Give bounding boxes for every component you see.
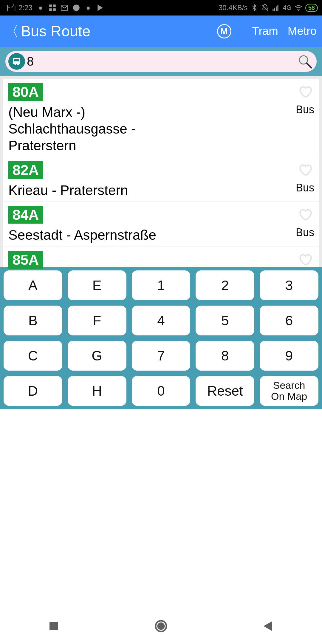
key-F[interactable]: F [68,306,126,335]
search-value: 8 [27,54,34,69]
svg-rect-1 [53,4,56,7]
search-input[interactable]: 8 [5,51,317,72]
key-9[interactable]: 9 [260,341,318,371]
search-on-map-button[interactable]: Search On Map [260,376,318,406]
battery-indicator: 58 [305,4,318,12]
key-4[interactable]: 4 [132,306,191,335]
record-icon: ● [37,4,44,12]
svg-point-15 [158,623,164,629]
bus-icon [8,53,25,70]
key-0[interactable]: 0 [132,376,191,406]
mail-icon [61,4,68,12]
key-E[interactable]: E [68,270,126,300]
recent-apps-icon[interactable] [47,619,61,633]
key-B[interactable]: B [4,306,62,335]
svg-rect-9 [278,5,278,11]
status-signal-label: 4G [283,4,291,12]
play-icon [96,4,104,12]
page-title: Bus Route [21,23,90,40]
bluetooth-icon [250,4,258,12]
android-nav-bar [0,608,322,644]
svg-point-4 [73,4,80,11]
route-code: 85A [8,251,43,269]
svg-line-12 [307,63,311,68]
logo-icon[interactable]: M [217,24,231,38]
svg-rect-13 [49,622,58,630]
status-time: 下午2:23 [4,3,32,13]
home-icon[interactable] [154,619,168,633]
route-list-wrapper: 80A Bus (Neu Marx -) Schlachthausgasse -… [0,76,322,267]
key-H[interactable]: H [68,376,126,406]
reset-button[interactable]: Reset [196,376,254,406]
svg-rect-7 [274,8,275,11]
status-net-speed: 30.4KB/s [219,4,247,12]
key-A[interactable]: A [4,270,62,300]
favorite-icon[interactable] [298,162,312,177]
logo-letter: M [220,26,228,36]
favorite-icon[interactable] [298,84,312,99]
keypad: A E 1 2 3 B F 4 5 6 C G 7 8 9 D H 0 Rese… [0,267,322,409]
search-icon[interactable] [298,54,312,69]
favorite-icon[interactable] [298,252,312,267]
route-desc: Seestadt - Aspernstraße [8,227,205,243]
mute-icon [261,4,269,12]
svg-point-10 [298,10,299,11]
key-2[interactable]: 2 [196,270,254,300]
key-C[interactable]: C [4,341,62,371]
key-1[interactable]: 1 [132,270,191,300]
route-code: 84A [8,206,43,224]
route-item[interactable]: 82A Bus Krieau - Praterstern [3,157,319,202]
wifi-icon [295,4,302,12]
search-panel: 8 [0,47,322,76]
svg-rect-2 [49,8,52,11]
route-desc: (Neu Marx -) Schlachthausgasse - Praters… [8,104,205,154]
blank-space [0,409,322,564]
key-D[interactable]: D [4,376,62,406]
back-nav-icon[interactable] [261,619,275,633]
back-icon[interactable]: 〈 [5,25,18,38]
favorite-icon[interactable] [298,207,312,222]
key-3[interactable]: 3 [260,270,318,300]
svg-rect-3 [53,8,56,11]
key-5[interactable]: 5 [196,306,254,335]
route-item[interactable]: 85A Bus Breitenlee Rautenweg - [3,247,319,270]
route-item[interactable]: 80A Bus (Neu Marx -) Schlachthausgasse -… [3,79,319,157]
svg-rect-6 [273,9,274,11]
svg-rect-8 [276,7,277,11]
signal-icon [272,4,280,12]
apps-icon [49,4,56,12]
route-item[interactable]: 84A Bus Seestadt - Aspernstraße [3,202,319,247]
key-7[interactable]: 7 [132,341,191,371]
dot-icon: ● [84,4,92,12]
route-desc: Krieau - Praterstern [8,182,205,199]
status-bar: 下午2:23 ● ● 30.4KB/s 4G 58 [0,0,322,16]
route-type: Bus [296,226,314,239]
key-G[interactable]: G [68,341,126,371]
tram-link[interactable]: Tram [252,25,278,38]
chat-icon [72,4,80,12]
app-header: 〈 Bus Route M Tram Metro [0,16,322,47]
route-type: Bus [296,182,314,194]
route-list: 80A Bus (Neu Marx -) Schlachthausgasse -… [3,79,319,270]
metro-link[interactable]: Metro [288,25,317,38]
route-code: 80A [8,83,43,101]
key-8[interactable]: 8 [196,341,254,371]
route-type: Bus [296,103,314,116]
route-code: 82A [8,161,43,179]
svg-rect-0 [49,4,52,7]
key-6[interactable]: 6 [260,306,318,335]
